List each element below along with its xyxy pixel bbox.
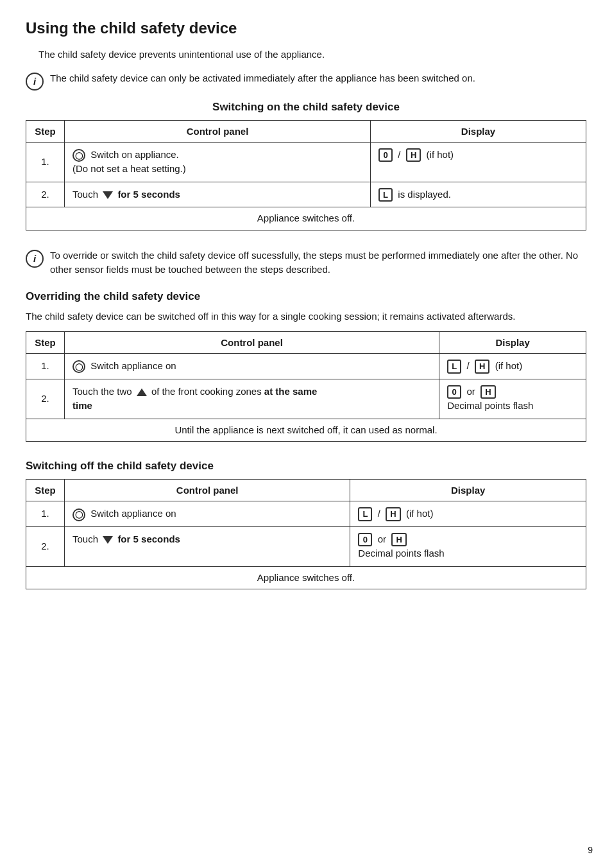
- display-icon-h2: H: [475, 360, 489, 374]
- switch-off-heading: Switching off the child safety device: [26, 460, 586, 473]
- display-icon-l: L: [378, 188, 393, 202]
- display-icon-h3: H: [386, 507, 400, 521]
- col-display-2: Display: [439, 332, 586, 354]
- page-title: Using the child safety device: [26, 19, 586, 37]
- display-cell: L is displayed.: [371, 182, 586, 207]
- footer-text-2: Until the appliance is next switched off…: [26, 419, 586, 442]
- table-footer-row: Appliance switches off.: [26, 207, 586, 230]
- table-footer-row-2: Until the appliance is next switched off…: [26, 419, 586, 442]
- control-cell: ◯ Switch on appliance.(Do not set a heat…: [65, 142, 371, 182]
- col-display-1: Display: [371, 120, 586, 142]
- control-cell: Touch for 5 seconds: [65, 526, 350, 566]
- switch-on-section: Switching on the child safety device Ste…: [26, 101, 586, 230]
- step-num: 1.: [26, 354, 65, 379]
- display-icon-hb: H: [480, 385, 495, 399]
- triangle-up-icon: [137, 388, 147, 396]
- footer-text: Appliance switches off.: [26, 207, 586, 230]
- for-5-seconds-label-2: for 5 seconds: [117, 534, 180, 544]
- display-icon-0: 0: [378, 148, 393, 162]
- switch-off-section: Switching off the child safety device St…: [26, 460, 586, 589]
- info-box-1: i The child safety device can only be ac…: [26, 71, 586, 91]
- override-heading: Overriding the child safety device: [26, 290, 586, 303]
- col-control-2: Control panel: [65, 332, 439, 354]
- step-num: 2.: [26, 379, 65, 419]
- switch-on-table: Step Control panel Display 1. ◯ Switch o…: [26, 120, 586, 230]
- table-row: 1. ◯ Switch on appliance.(Do not set a h…: [26, 142, 586, 182]
- at-same-time-label: at the sametime: [72, 386, 317, 412]
- col-step-3: Step: [26, 480, 65, 501]
- display-icon-l3: L: [358, 507, 372, 521]
- override-table: Step Control panel Display 1. ◯ Switch a…: [26, 331, 586, 442]
- info-icon-1: i: [26, 73, 44, 91]
- for-5-seconds-label: for 5 seconds: [117, 189, 180, 200]
- display-cell: 0 / H (if hot): [371, 142, 586, 182]
- info-box-2: i To override or switch the child safety…: [26, 248, 586, 277]
- display-icon-0c: 0: [358, 533, 372, 547]
- control-cell: ◯ Switch appliance on: [65, 354, 439, 379]
- step-num: 1.: [26, 142, 65, 182]
- power-symbol: ◯: [72, 149, 85, 162]
- table-row: 2. Touch for 5 seconds 0 or H Decimal po…: [26, 526, 586, 566]
- info-text-2: To override or switch the child safety d…: [50, 248, 586, 277]
- step-num: 1.: [26, 501, 65, 527]
- intro-text: The child safety device prevents uninten…: [38, 48, 586, 62]
- col-display-3: Display: [350, 480, 586, 501]
- col-step-2: Step: [26, 332, 65, 354]
- override-description: The child safety device can be switched …: [26, 309, 586, 324]
- display-cell: L / H (if hot): [439, 354, 586, 379]
- table-row: 2. Touch for 5 seconds L is displayed.: [26, 182, 586, 207]
- step-num: 2.: [26, 182, 65, 207]
- info-text-1: The child safety device can only be acti…: [50, 71, 586, 86]
- info-icon-2: i: [26, 250, 44, 268]
- table-row: 1. ◯ Switch appliance on L / H (if hot): [26, 501, 586, 527]
- display-cell: L / H (if hot): [350, 501, 586, 527]
- power-symbol-3: ◯: [72, 508, 85, 521]
- step-num: 2.: [26, 526, 65, 566]
- display-cell: 0 or H Decimal points flash: [350, 526, 586, 566]
- table-footer-row-3: Appliance switches off.: [26, 566, 586, 589]
- display-icon-h: H: [406, 148, 421, 162]
- footer-text-3: Appliance switches off.: [26, 566, 586, 589]
- triangle-down-icon-2: [103, 536, 113, 544]
- control-cell: ◯ Switch appliance on: [65, 501, 350, 527]
- col-step-1: Step: [26, 120, 65, 142]
- col-control-3: Control panel: [65, 480, 350, 501]
- display-icon-l2: L: [447, 360, 461, 374]
- triangle-down-icon: [103, 191, 113, 199]
- switch-on-heading: Switching on the child safety device: [26, 101, 586, 114]
- control-cell: Touch for 5 seconds: [65, 182, 371, 207]
- power-symbol-2: ◯: [72, 360, 85, 373]
- control-cell: Touch the two of the front cooking zones…: [65, 379, 439, 419]
- table-row: 1. ◯ Switch appliance on L / H (if hot): [26, 354, 586, 379]
- override-section: Overriding the child safety device The c…: [26, 290, 586, 442]
- switch-off-table: Step Control panel Display 1. ◯ Switch a…: [26, 479, 586, 589]
- display-cell: 0 or H Decimal points flash: [439, 379, 586, 419]
- display-icon-0b: 0: [447, 385, 461, 399]
- col-control-1: Control panel: [65, 120, 371, 142]
- table-row: 2. Touch the two of the front cooking zo…: [26, 379, 586, 419]
- display-icon-hc: H: [391, 533, 406, 547]
